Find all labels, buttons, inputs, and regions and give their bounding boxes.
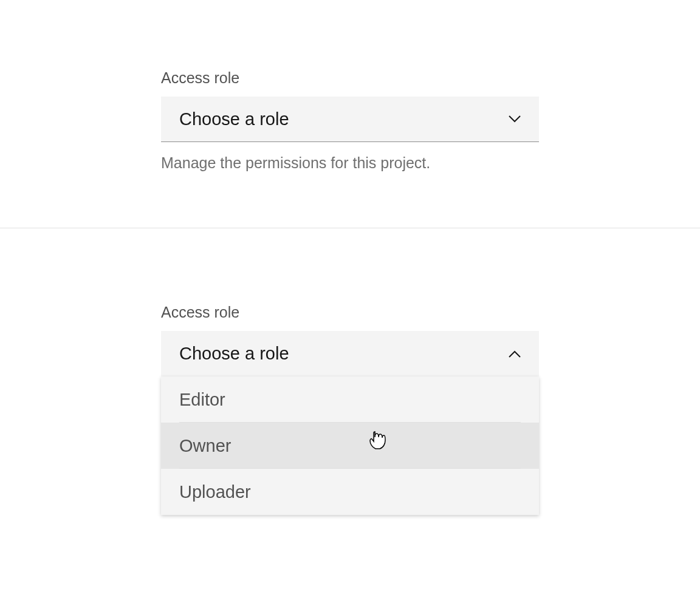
closed-dropdown-section: Access role Choose a role Manage the per… [0, 0, 700, 172]
dropdown-container-closed: Access role Choose a role Manage the per… [161, 69, 539, 172]
dropdown-option-uploader[interactable]: Uploader [161, 469, 539, 515]
dropdown-button-closed[interactable]: Choose a role [161, 97, 539, 142]
dropdown-option-editor[interactable]: Editor [161, 376, 539, 423]
chevron-up-icon [509, 350, 521, 358]
option-label: Uploader [179, 482, 251, 502]
option-label: Editor [179, 390, 225, 410]
dropdown-menu: Editor Owner Uploader [161, 376, 539, 515]
dropdown-option-owner[interactable]: Owner [161, 423, 539, 469]
dropdown-label: Access role [161, 304, 539, 321]
chevron-down-icon [509, 115, 521, 123]
dropdown-placeholder: Choose a role [179, 344, 289, 364]
dropdown-label: Access role [161, 69, 539, 87]
option-label: Owner [179, 436, 231, 456]
dropdown-placeholder: Choose a role [179, 109, 289, 129]
dropdown-button-open[interactable]: Choose a role [161, 331, 539, 376]
dropdown-helper-text: Manage the permissions for this project. [161, 154, 539, 172]
open-dropdown-section: Access role Choose a role Editor Owner U… [0, 228, 700, 515]
dropdown-container-open: Access role Choose a role Editor Owner U… [161, 304, 539, 515]
